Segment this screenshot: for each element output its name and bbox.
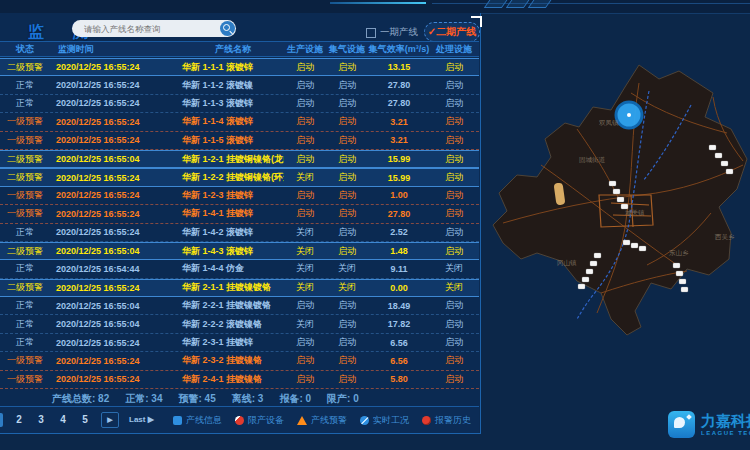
legend-item-limit[interactable]: 限产设备 (235, 414, 284, 427)
cell-eff: 27.80 (368, 80, 430, 90)
cell-gas: 启动 (326, 207, 368, 220)
cell-status: 正常 (0, 226, 50, 239)
cell-eff: 6.56 (368, 338, 430, 348)
legend-label: 实时工况 (373, 414, 409, 427)
page-button[interactable]: 4 (57, 413, 69, 427)
column-header: 集气效率(m³/s) (368, 43, 430, 56)
cell-prod: 关闭 (284, 318, 326, 331)
table-row[interactable]: 二级预警2020/12/25 16:55:24华新 1-2-2 挂镀铜镍铬(环形… (0, 168, 479, 186)
table-row[interactable]: 一级预警2020/12/25 16:55:24华新 2-3-2 挂镀镍铬启动启动… (0, 352, 479, 370)
legend-item-live[interactable]: 实时工况 (360, 414, 409, 427)
cell-status: 正常 (0, 299, 50, 312)
summary-item: 离线: 3 (232, 392, 264, 406)
cell-time: 2020/12/25 16:55:24 (50, 209, 168, 219)
cell-time: 2020/12/25 16:55:24 (50, 62, 168, 72)
cell-name: 华新 1-1-3 滚镀锌 (168, 97, 284, 110)
cell-prod: 启动 (284, 373, 326, 386)
search-box (72, 20, 236, 37)
cell-time: 2020/12/25 16:55:04 (50, 301, 168, 311)
limit-icon (235, 416, 244, 425)
cell-prod: 关闭 (284, 226, 326, 239)
district-map[interactable]: 双凤镇 固城街道 城关镇 西吴乡 东山乡 冈山镇 (481, 13, 750, 434)
search-icon[interactable] (220, 21, 235, 36)
cell-gas: 启动 (326, 153, 368, 166)
cell-treat: 启动 (430, 373, 478, 386)
cell-name: 华新 1-4-3 滚镀锌 (168, 245, 284, 258)
cell-status: 二级预警 (0, 61, 50, 74)
live-icon (360, 416, 369, 425)
cell-eff: 18.49 (368, 301, 430, 311)
table-row[interactable]: 正常2020/12/25 16:55:24华新 2-3-1 挂镀锌启动启动6.5… (0, 334, 479, 352)
search-input[interactable] (82, 23, 214, 35)
cell-prod: 启动 (284, 79, 326, 92)
map-label: 双凤镇 (599, 119, 619, 126)
table-row[interactable]: 正常2020/12/25 16:55:04华新 2-2-1 挂镀镍镀铬启动启动1… (0, 297, 479, 315)
cell-time: 2020/12/25 16:55:04 (50, 246, 168, 256)
table-row[interactable]: 二级预警2020/12/25 16:55:24华新 2-1-1 挂镀镍镀铬关闭关… (0, 279, 479, 297)
legend-item-warn[interactable]: 产线预警 (297, 414, 347, 427)
table-row[interactable]: 正常2020/12/25 16:54:44华新 1-4-4 仿金关闭关闭9.11… (0, 260, 479, 278)
cell-name: 华新 2-2-2 滚镀镍铬 (168, 318, 284, 331)
alarm-marker[interactable] (616, 102, 642, 128)
legend-item-hist[interactable]: 报警历史 (422, 414, 471, 427)
legend-label: 报警历史 (435, 414, 471, 427)
cell-eff: 0.00 (368, 283, 430, 293)
cell-gas: 启动 (326, 134, 368, 147)
cell-gas: 启动 (326, 189, 368, 202)
table-row[interactable]: 一级预警2020/12/25 16:55:24华新 1-1-4 滚镀锌启动启动3… (0, 113, 479, 131)
cell-treat: 启动 (430, 171, 478, 184)
cell-status: 正常 (0, 336, 50, 349)
cell-prod: 启动 (284, 299, 326, 312)
page-button[interactable]: 3 (35, 413, 47, 427)
cell-name: 华新 1-2-2 挂镀铜镍铬(环形线) (168, 171, 284, 184)
cell-treat: 启动 (430, 61, 478, 74)
pagination: 12345▶Last ▶ (0, 412, 154, 428)
cell-treat: 关闭 (430, 262, 478, 275)
cell-name: 华新 1-1-1 滚镀锌 (168, 61, 284, 74)
table-row[interactable]: 二级预警2020/12/25 16:55:04华新 1-2-1 挂镀铜镍铬(龙门… (0, 150, 479, 168)
cell-eff: 3.21 (368, 117, 430, 127)
table-row[interactable]: 正常2020/12/25 16:55:24华新 1-1-3 滚镀锌启动启动27.… (0, 95, 479, 113)
table-row[interactable]: 二级预警2020/12/25 16:55:04华新 1-4-3 滚镀锌关闭启动1… (0, 242, 479, 260)
table-row[interactable]: 一级预警2020/12/25 16:55:24华新 1-2-3 挂镀锌启动启动1… (0, 187, 479, 205)
page-button[interactable]: 5 (79, 413, 91, 427)
cell-gas: 启动 (326, 373, 368, 386)
cell-name: 华新 2-1-1 挂镀镍镀铬 (168, 281, 284, 294)
cell-name: 华新 2-2-1 挂镀镍镀铬 (168, 299, 284, 312)
table-row[interactable]: 二级预警2020/12/25 16:55:24华新 1-1-1 滚镀锌启动启动1… (0, 58, 479, 76)
table-row[interactable]: 一级预警2020/12/25 16:55:24华新 1-4-1 挂镀锌启动启动2… (0, 205, 479, 223)
checkbox-icon (366, 28, 376, 38)
table-row[interactable]: 一级预警2020/12/25 16:55:24华新 2-4-1 挂镀镍铬启动启动… (0, 371, 479, 389)
table-header: 状态监测时间产线名称生产设施集气设施集气效率(m³/s)处理设施 (0, 41, 479, 57)
cell-gas: 启动 (326, 299, 368, 312)
cell-time: 2020/12/25 16:55:24 (50, 338, 168, 348)
last-page-button[interactable]: Last ▶ (129, 413, 154, 427)
cell-gas: 启动 (326, 226, 368, 239)
cell-prod: 关闭 (284, 281, 326, 294)
cell-name: 华新 1-1-5 滚镀锌 (168, 134, 284, 147)
table-row[interactable]: 正常2020/12/25 16:55:24华新 1-4-2 滚镀锌关闭启动2.5… (0, 224, 479, 242)
cell-eff: 6.56 (368, 356, 430, 366)
cell-treat: 启动 (430, 318, 478, 331)
cell-prod: 启动 (284, 153, 326, 166)
cell-time: 2020/12/25 16:54:44 (50, 264, 168, 274)
legend-item-info[interactable]: 产线信息 (173, 414, 222, 427)
table-row[interactable]: 正常2020/12/25 16:55:24华新 1-1-2 滚镀镍启动启动27.… (0, 76, 479, 94)
cell-eff: 17.82 (368, 319, 430, 329)
page-button[interactable]: 1 (0, 413, 3, 427)
next-page-button[interactable]: ▶ (101, 412, 119, 428)
top-decor-bar (0, 0, 750, 14)
cell-prod: 启动 (284, 134, 326, 147)
cell-time: 2020/12/25 16:55:24 (50, 117, 168, 127)
cell-treat: 启动 (430, 354, 478, 367)
phase1-checkbox[interactable]: 一期产线 (366, 26, 418, 39)
hist-icon (422, 416, 431, 425)
table-row[interactable]: 正常2020/12/25 16:55:04华新 2-2-2 滚镀镍铬关闭启动17… (0, 315, 479, 333)
cell-gas: 启动 (326, 354, 368, 367)
table-row[interactable]: 一级预警2020/12/25 16:55:24华新 1-1-5 滚镀锌启动启动3… (0, 132, 479, 150)
cell-status: 一级预警 (0, 115, 50, 128)
cell-status: 一级预警 (0, 354, 50, 367)
cell-name: 华新 1-4-1 挂镀锌 (168, 207, 284, 220)
cell-time: 2020/12/25 16:55:24 (50, 98, 168, 108)
page-button[interactable]: 2 (13, 413, 25, 427)
